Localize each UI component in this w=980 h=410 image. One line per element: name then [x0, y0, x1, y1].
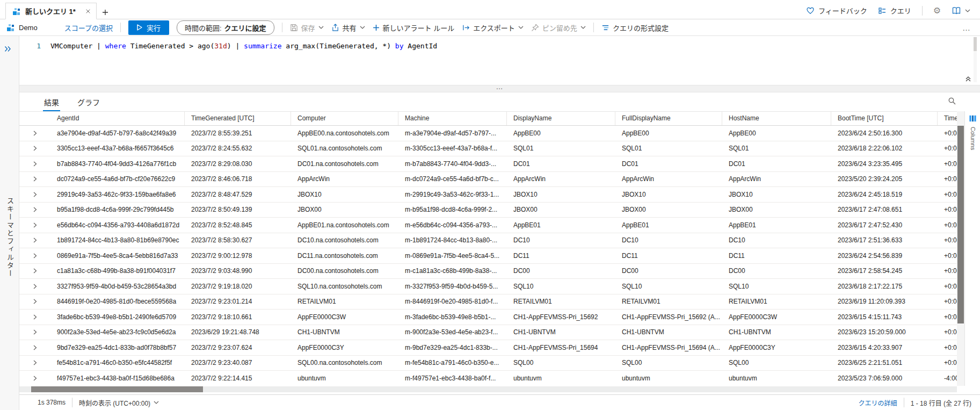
query-tab[interactable]: 新しいクエリ 1* — [5, 3, 97, 19]
columns-icon — [969, 114, 977, 123]
table-row[interactable]: 0869e91a-7f5b-4ee5-8ca4-5ebb816d7a332023… — [19, 248, 957, 264]
share-button[interactable]: 共有 — [331, 23, 365, 33]
queries-button[interactable]: クエリ — [878, 5, 911, 16]
format-query-button[interactable]: クエリの形式設定 — [601, 23, 669, 33]
run-button[interactable]: 実行 — [128, 20, 169, 35]
expand-row-chevron-icon[interactable] — [19, 192, 50, 197]
splitter-handle[interactable]: … — [496, 83, 504, 91]
expand-row-chevron-icon[interactable] — [19, 253, 50, 258]
tab-chart[interactable]: グラフ — [76, 95, 101, 110]
column-header[interactable]: AgentId — [50, 112, 185, 125]
expand-row-chevron-icon[interactable] — [19, 176, 50, 182]
cell: DC01 — [507, 160, 615, 168]
table-row[interactable]: 1b891724-84cc-4b13-8a80-81b69e8790ec2023… — [19, 233, 957, 249]
column-header[interactable]: TimeGenerated [UTC] — [185, 112, 291, 125]
table-row[interactable]: fe54b81c-a791-46c0-b350-e5fc44582f5f2023… — [19, 356, 957, 371]
table-row[interactable]: c1a81a3c-c68b-499b-8a38-b91f004031f72023… — [19, 264, 957, 279]
expand-sidebar-button[interactable] — [4, 46, 11, 52]
table-row[interactable]: b7ab8843-7740-4f04-9dd3-4126a776f1cb2023… — [19, 156, 957, 172]
feedback-button[interactable]: フィードバック — [806, 5, 867, 16]
table-row[interactable]: dc0724a9-ce55-4a6d-bf7b-cf20e76622c92023… — [19, 172, 957, 188]
vertical-scrollbar-thumb[interactable] — [957, 126, 964, 323]
cell: DC10 — [615, 236, 722, 244]
kql-token: by — [395, 42, 404, 50]
save-button[interactable]: 保存 — [290, 23, 324, 33]
expand-row-chevron-icon[interactable] — [19, 376, 50, 381]
time-display-selector[interactable]: 時刻の表示 (UTC+00:00) — [79, 398, 159, 407]
tab-results[interactable]: 結果 — [43, 95, 60, 110]
expand-row-chevron-icon[interactable] — [19, 222, 50, 228]
kql-token: arg_max(TimeGenerated, *) — [282, 42, 395, 50]
cell: AppArcWin — [615, 175, 722, 183]
cell: +0:00 — [938, 160, 957, 168]
table-row[interactable]: 8446919f-0e20-4985-81d0-fbece559568a2023… — [19, 294, 957, 310]
horizontal-scrollbar[interactable] — [19, 386, 957, 392]
select-scope-link[interactable]: スコープの選択 — [64, 23, 113, 33]
time-range-button[interactable]: 時間の範囲: クエリに設定 — [177, 20, 274, 35]
editor-scrollbar[interactable] — [974, 37, 977, 82]
new-alert-rule-button[interactable]: 新しいアラート ルール — [373, 23, 455, 33]
kql-token: AgentId — [404, 42, 438, 50]
table-row[interactable]: 900f2a3e-53ed-4e5e-ab23-fc9c0d5e6d2a2023… — [19, 325, 957, 341]
results-pane: 結果 グラフ AgentIdTimeGenerated [UTC]Compute… — [19, 92, 980, 410]
divider — [72, 398, 72, 407]
close-icon[interactable] — [85, 9, 91, 14]
expand-row-chevron-icon[interactable] — [19, 345, 50, 350]
expand-row-chevron-icon[interactable] — [19, 299, 50, 304]
table-row[interactable]: 3327f953-9f59-4b0d-b459-53c28654a3bd2023… — [19, 279, 957, 294]
cell: SQL10 — [507, 283, 615, 290]
expand-row-chevron-icon[interactable] — [19, 161, 50, 167]
query-details-link[interactable]: クエリの詳細 — [859, 398, 897, 407]
query-code[interactable]: VMComputer | where TimeGenerated > ago(3… — [50, 41, 437, 51]
docs-button[interactable] — [952, 6, 970, 15]
workspace-picker[interactable]: Demo — [6, 23, 38, 32]
table-row[interactable]: f49757e1-ebc3-4438-ba0f-f15d68be686a2023… — [19, 371, 957, 386]
columns-panel-label: Columns — [970, 127, 976, 150]
cell: 2023/6/25 2:21:51.051 — [831, 359, 938, 366]
collapse-editor-button[interactable] — [965, 76, 971, 82]
plus-icon — [102, 9, 108, 16]
column-header[interactable]: HostName — [722, 112, 831, 125]
expand-row-chevron-icon[interactable] — [19, 146, 50, 151]
expand-row-chevron-icon[interactable] — [19, 131, 50, 136]
expand-row-chevron-icon[interactable] — [19, 238, 50, 243]
expand-row-chevron-icon[interactable] — [19, 268, 50, 274]
expand-row-chevron-icon[interactable] — [19, 284, 50, 289]
export-button[interactable]: エクスポート — [462, 23, 524, 33]
settings-button[interactable]: ⚙ — [933, 6, 941, 15]
more-commands-button[interactable]: … — [962, 23, 971, 32]
command-toolbar: Demo スコープの選択 実行 時間の範囲: クエリに設定 保存 共有 — [0, 19, 980, 36]
query-editor[interactable]: 1 VMComputer | where TimeGenerated > ago… — [19, 36, 980, 85]
editor-results-splitter[interactable]: … — [19, 85, 980, 92]
table-row[interactable]: 9bd7e329-ea25-4dc1-833b-ad0f78b8bf572023… — [19, 340, 957, 356]
column-header[interactable]: Computer — [291, 112, 398, 125]
cell: AppArcWin — [722, 175, 831, 183]
cell: 2023/6/24 2:54:56.839 — [831, 252, 938, 260]
column-header[interactable]: FullDisplayName — [615, 112, 722, 125]
vertical-scrollbar[interactable] — [957, 111, 964, 386]
expand-row-chevron-icon[interactable] — [19, 329, 50, 335]
column-header[interactable]: TimeZone — [938, 112, 957, 125]
expand-row-chevron-icon[interactable] — [19, 207, 50, 212]
column-header[interactable]: BootTime [UTC] — [831, 112, 938, 125]
pin-to-button[interactable]: ピン留め先 — [531, 23, 586, 33]
table-row[interactable]: a3e7904e-d9af-4d57-b797-6a8c42f49a392023… — [19, 126, 957, 141]
columns-panel-tab[interactable]: Columns — [964, 111, 980, 386]
table-row[interactable]: 3fade6bc-b539-49e8-b5b1-2490fe6d57092023… — [19, 310, 957, 325]
horizontal-scrollbar-thumb[interactable] — [31, 386, 203, 392]
table-row[interactable]: 29919c49-3a53-462c-9f33-159bae6fa8e62023… — [19, 187, 957, 203]
new-tab-button[interactable] — [102, 9, 108, 16]
schema-filter-label[interactable]: スキーマとフィルター — [5, 197, 15, 278]
gear-icon: ⚙ — [933, 6, 941, 15]
search-results-button[interactable] — [948, 97, 956, 105]
column-header[interactable]: Machine — [398, 112, 507, 125]
expand-row-chevron-icon[interactable] — [19, 314, 50, 320]
table-row[interactable]: e56db64c-c094-4356-a793-4408a6d1872d2023… — [19, 218, 957, 233]
cell: fe54b81c-a791-46c0-b350-e5fc44582f5f — [50, 359, 185, 366]
table-row[interactable]: 3305cc13-eeef-43a7-b68a-f6657f3645c62023… — [19, 141, 957, 157]
column-header[interactable]: DisplayName — [507, 112, 615, 125]
cell: ubuntuvm — [291, 375, 398, 382]
table-row[interactable]: b95a1f98-dcd8-4c6a-999f-29c799fd445b2023… — [19, 203, 957, 218]
divider — [120, 23, 121, 32]
expand-row-chevron-icon[interactable] — [19, 360, 50, 365]
